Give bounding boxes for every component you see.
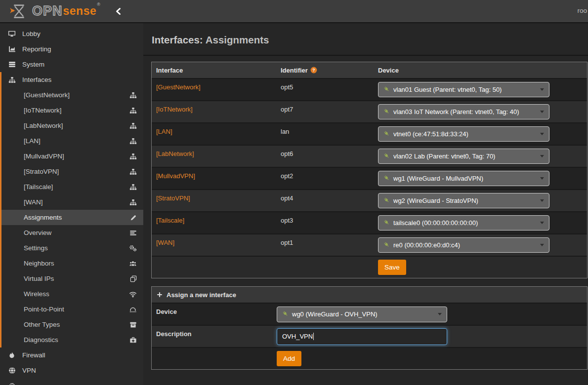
add-row: Add [152,347,587,369]
sidebar-item-label: Virtual IPs [24,275,54,282]
assignment-row-opt6: [LabNetwork]opt6vlan02 Lab (Parent: vtne… [152,145,587,167]
sidebar-item-label: Interfaces [22,76,51,83]
svg-text:?: ? [312,68,315,73]
sidebar-item-virtual-ips[interactable]: Virtual IPs [1,271,143,286]
identifier-value: opt6 [281,150,293,157]
device-select[interactable]: re0 (00:00:00:e0:d0:c4) [378,237,549,253]
sidebar-item-neighbors[interactable]: Neighbors [1,256,143,271]
sidebar-item-guestnetwork[interactable]: [GuestNetwork] [1,87,143,103]
sidebar-item-point-to-point[interactable]: Point-to-Point [1,302,143,317]
sidebar-item-partial-bottom[interactable] [0,378,143,385]
device-select[interactable]: vlan01 Guest (Parent: vtnet0, Tag: 50) [378,82,549,97]
sidebar-item-label: Wireless [24,290,49,298]
sidebar-item-labnetwork[interactable]: [LabNetwork] [1,118,143,133]
device-select-value: vlan03 IoT Network (Parent: vtnet0, Tag:… [393,108,519,116]
plug-icon [383,153,390,160]
pencil-icon [130,214,137,221]
device-select[interactable]: vlan03 IoT Network (Parent: vtnet0, Tag:… [378,104,549,119]
device-select[interactable]: vlan02 Lab (Parent: vtnet0, Tag: 70) [378,149,549,164]
sidebar-item-diagnostics[interactable]: Diagnostics [1,332,143,347]
sidebar-item-assignments[interactable]: Assignments [1,210,143,225]
cog-icon [7,382,17,385]
column-header-device: Device [374,67,587,74]
assignment-row-opt2: [MullvadVPN]opt2wg1 (WireGuard - Mullvad… [152,167,587,189]
assignment-row-opt3: [Tailscale]opt3tailscale0 (00:00:00:00:0… [152,211,587,233]
sidebar-item-lobby[interactable]: Lobby [0,26,143,41]
description-input[interactable]: OVH_VPN [277,328,447,345]
topbar-user-text[interactable]: roo [577,7,587,14]
sidebar-item-wireless[interactable]: Wireless [1,286,143,302]
save-button[interactable]: Save [378,260,406,275]
sidebar-item-reporting[interactable]: Reporting [0,41,143,57]
brand-text-opn: OPN [32,4,63,18]
identifier-value: lan [281,128,289,135]
assignments-table-header: Interface Identifier? Device [152,62,587,78]
interfaces-nav-group: Interfaces[GuestNetwork][IoTNetwork][Lab… [0,72,143,347]
caret-down-icon [540,199,544,202]
sidebar-item-label: Point-to-Point [24,306,64,313]
caret-down-icon [540,133,544,135]
sidebar-item-iotnetwork[interactable]: [IoTNetwork] [1,103,143,118]
sidebar-item-label: Firewall [22,351,45,359]
sidebar-item-settings[interactable]: Settings [1,240,143,256]
sidebar-item-wan[interactable]: [WAN] [1,194,143,210]
interface-link[interactable]: [StratoVPN] [156,194,190,202]
sidebar-item-stratovpn[interactable]: [StratoVPN] [1,164,143,179]
page-title-page: Assignments [206,34,269,45]
clone-icon [130,275,137,282]
plug-icon [383,219,390,227]
opnsense-logo[interactable]: OPNsense® [10,4,100,19]
plug-icon [383,130,390,138]
device-select[interactable]: wg2 (WireGuard - StratoVPN) [378,193,549,208]
plug-icon [383,86,390,94]
sidebar-item-tailscale[interactable]: [Tailscale] [1,179,143,194]
interface-link[interactable]: [WAN] [156,239,174,246]
sidebar-item-firewall[interactable]: Firewall [0,347,143,363]
sidebar-item-system[interactable]: System [0,57,143,72]
interface-link[interactable]: [LabNetwork] [156,150,194,157]
sidebar-item-interfaces[interactable]: Interfaces [1,72,143,87]
sidebar: LobbyReportingSystemInterfaces[GuestNetw… [0,23,143,385]
archive-icon [129,321,137,328]
description-input-value: OVH_VPN [282,333,313,340]
sidebar-item-label: [IoTNetwork] [24,107,62,114]
interface-link[interactable]: [LAN] [156,128,172,135]
interface-link[interactable]: [GuestNetwork] [156,83,201,91]
assign-panel-header[interactable]: Assign a new interface [152,287,587,303]
identifier-value: opt3 [281,217,293,224]
fire-icon [7,351,17,359]
new-device-select[interactable]: wg0 (WireGuard - OVH_VPN) [277,307,447,322]
sidebar-item-mullvadvpn[interactable]: [MullvadVPN] [1,149,143,164]
identifier-value: opt4 [281,194,293,202]
caret-down-icon [540,244,544,246]
question-circle-icon[interactable]: ? [310,67,317,74]
sidebar-item-other-types[interactable]: Other Types [1,317,143,332]
sidebar-item-overview[interactable]: Overview [1,225,143,240]
caret-down-icon [540,155,544,157]
assignment-row-opt1: [WAN]opt1re0 (00:00:00:e0:d0:c4) [152,233,587,256]
save-row: Save [152,256,587,278]
sidebar-item-lan[interactable]: [LAN] [1,133,143,149]
sidebar-item-label: Diagnostics [24,336,58,344]
caret-down-icon [540,222,544,224]
device-select[interactable]: vtnet0 (ce:47:51:8d:33:24) [378,126,549,142]
caret-down-icon [540,88,544,91]
topbar: OPNsense® roo [0,0,588,23]
sitemap-icon [129,122,137,129]
sidebar-item-label: Overview [24,229,51,236]
sidebar-item-label: [MullvadVPN] [24,153,64,160]
new-device-row: Device wg0 (WireGuard - OVH_VPN) [152,303,587,325]
page-title-section: Interfaces: [152,34,203,45]
device-select[interactable]: tailscale0 (00:00:00:00:00:00) [378,215,549,231]
add-button[interactable]: Add [277,351,301,366]
plug-icon [383,197,390,205]
brand-registered-mark: ® [97,0,100,7]
interface-link[interactable]: [MullvadVPN] [156,172,195,180]
device-select-value: vlan02 Lab (Parent: vtnet0, Tag: 70) [393,153,495,160]
device-select[interactable]: wg1 (WireGuard - MullvadVPN) [378,171,549,186]
description-label: Description [152,326,272,347]
sidebar-collapse-button[interactable] [115,7,121,15]
interface-link[interactable]: [Tailscale] [156,217,184,224]
interface-link[interactable]: [IoTNetwork] [156,106,193,113]
sidebar-item-vpn[interactable]: VPN [0,363,143,378]
